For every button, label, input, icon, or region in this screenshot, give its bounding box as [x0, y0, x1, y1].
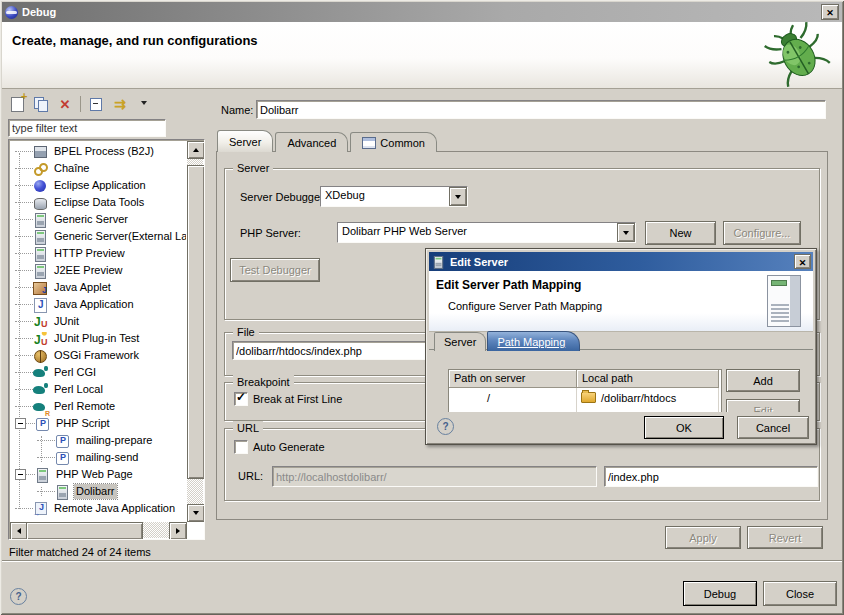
ok-button[interactable]: OK: [644, 416, 724, 439]
tab-common[interactable]: Common: [350, 132, 437, 152]
combo-dropdown-button[interactable]: [449, 187, 467, 206]
tab-server[interactable]: Server: [217, 130, 273, 152]
tree-item-php-web-page[interactable]: PHP Web Page: [11, 466, 186, 483]
toolbar-collapse-all-button[interactable]: [87, 95, 105, 113]
table-header-row: Path on serverLocal path: [449, 370, 721, 388]
combo-dropdown-button[interactable]: [617, 223, 635, 242]
tree-item-label: Eclipse Application: [52, 178, 148, 193]
tree-item-remote-java-application[interactable]: →Remote Java Application: [11, 500, 186, 517]
tree-stub: [37, 491, 55, 492]
tree-item-eclipse-data-tools[interactable]: Eclipse Data Tools: [11, 194, 186, 211]
applet-icon: [33, 281, 48, 295]
server-debugger-combo[interactable]: XDebug: [320, 186, 468, 207]
scroll-down-button[interactable]: [187, 504, 205, 522]
tree-item-label: Perl Local: [52, 382, 105, 397]
tree-item-generic-server[interactable]: Generic Server: [11, 211, 186, 228]
tree-hscrollbar[interactable]: [10, 522, 187, 538]
tree-item-eclipse-application[interactable]: Eclipse Application: [11, 177, 186, 194]
tree-item-mailing-send[interactable]: mailing-send: [11, 449, 186, 466]
tree-item-osgi-framework[interactable]: OSGi Framework: [11, 347, 186, 364]
php-server-value[interactable]: Dolibarr PHP Web Server: [338, 223, 617, 242]
arrow-left-icon: [14, 528, 21, 534]
break-first-line-checkbox[interactable]: [234, 392, 248, 406]
dialog-tab-path-mapping[interactable]: Path Mapping: [487, 331, 580, 351]
column-header-path-on-server[interactable]: Path on server: [449, 370, 577, 388]
php-server-combo[interactable]: Dolibarr PHP Web Server: [337, 222, 636, 243]
tree-item-java-application[interactable]: Java Application: [11, 296, 186, 313]
tab-advanced[interactable]: Advanced: [275, 132, 348, 152]
collapse-expander-icon[interactable]: [15, 469, 26, 480]
tree-item-label: Chaîne: [52, 161, 91, 176]
tree-item-perl-cgi[interactable]: Perl CGI: [11, 364, 186, 381]
new-server-button[interactable]: New: [645, 221, 716, 245]
tree-stub: [15, 151, 33, 152]
dialog-help-icon[interactable]: ?: [437, 418, 454, 435]
name-input[interactable]: [256, 100, 826, 119]
scrollbar-thumb[interactable]: [26, 522, 143, 540]
dialog-tab-server[interactable]: Server: [434, 332, 486, 351]
server-tower-image: [767, 275, 801, 327]
url-base-input: [272, 466, 597, 487]
toolbar-menu-caret-button[interactable]: [135, 95, 153, 113]
tree-item-php-script[interactable]: PHP Script: [11, 415, 186, 432]
filter-input[interactable]: [8, 119, 166, 137]
chevron-down-icon: [623, 231, 629, 238]
tree-stub: [26, 423, 35, 424]
url-path-input[interactable]: [604, 466, 818, 487]
tree-item-junit-plug-in-test[interactable]: JUnit Plug-in Test: [11, 330, 186, 347]
tree-item-mailing-prepare[interactable]: mailing-prepare: [11, 432, 186, 449]
window-titlebar[interactable]: Debug: [2, 2, 842, 22]
tree-item-bpel-process-b2j[interactable]: BPEL Process (B2J): [11, 143, 186, 160]
tree-item-dolibarr[interactable]: Dolibarr: [11, 483, 186, 500]
tree-item-generic-server-external-la[interactable]: Generic Server(External La: [11, 228, 186, 245]
junit-plugin-icon: [33, 332, 48, 346]
scroll-up-button[interactable]: [187, 141, 205, 159]
tree-stub: [15, 168, 33, 169]
tree-stub: [15, 372, 33, 373]
java-icon: [33, 298, 48, 312]
table-row[interactable]: //dolibarr/htdocs: [449, 388, 721, 407]
tree-stub: [15, 236, 33, 237]
help-icon[interactable]: ?: [10, 588, 27, 605]
toolbar-delete-button[interactable]: [56, 95, 74, 113]
toolbar-filter-button[interactable]: [111, 95, 129, 113]
tree-item-cha-ne[interactable]: Chaîne: [11, 160, 186, 177]
perl-icon: [33, 366, 48, 380]
dialog-titlebar[interactable]: Edit Server: [429, 252, 813, 271]
tree-item-junit[interactable]: JUnit: [11, 313, 186, 330]
auto-generate-checkbox[interactable]: [234, 440, 248, 454]
debug-button[interactable]: Debug: [683, 581, 757, 606]
tree-item-label: Generic Server(External La: [52, 229, 186, 244]
toolbar-duplicate-button[interactable]: [32, 95, 50, 113]
php-icon: [55, 434, 70, 448]
tree-stub: [15, 338, 33, 339]
tree-item-label: J2EE Preview: [52, 263, 124, 278]
column-header-local-path[interactable]: Local path: [577, 370, 719, 388]
close-button[interactable]: Close: [763, 581, 837, 606]
arrow-right-icon: [176, 528, 183, 534]
add-mapping-button[interactable]: Add: [726, 369, 800, 392]
dialog-close-button[interactable]: [794, 254, 811, 269]
tree-item-j2ee-preview[interactable]: J2EE Preview: [11, 262, 186, 279]
url-group-legend: URL: [233, 421, 263, 435]
perl-remote-icon: [33, 400, 48, 414]
break-first-line-label: Break at First Line: [253, 393, 342, 405]
tree-item-java-applet[interactable]: Java Applet: [11, 279, 186, 296]
server-icon: [33, 264, 48, 278]
toolbar-new-config-button[interactable]: [8, 95, 26, 113]
server-icon: [35, 468, 50, 482]
collapse-expander-icon[interactable]: [15, 418, 26, 429]
cancel-button[interactable]: Cancel: [737, 416, 809, 439]
scrollbar-thumb[interactable]: [187, 165, 205, 479]
tree-vscrollbar[interactable]: [187, 141, 203, 522]
server-debugger-value[interactable]: XDebug: [321, 187, 449, 206]
arrow-up-icon: [193, 145, 199, 152]
tree-item-perl-local[interactable]: Perl Local: [11, 381, 186, 398]
tree-item-perl-remote[interactable]: Perl Remote: [11, 398, 186, 415]
tree-item-http-preview[interactable]: HTTP Preview: [11, 245, 186, 262]
scroll-right-button[interactable]: [169, 522, 187, 540]
window-close-button[interactable]: [821, 4, 839, 20]
tree-item-label: Perl Remote: [52, 399, 117, 414]
tree-item-label: Java Applet: [52, 280, 113, 295]
header-banner: Create, manage, and run configurations: [2, 22, 842, 89]
